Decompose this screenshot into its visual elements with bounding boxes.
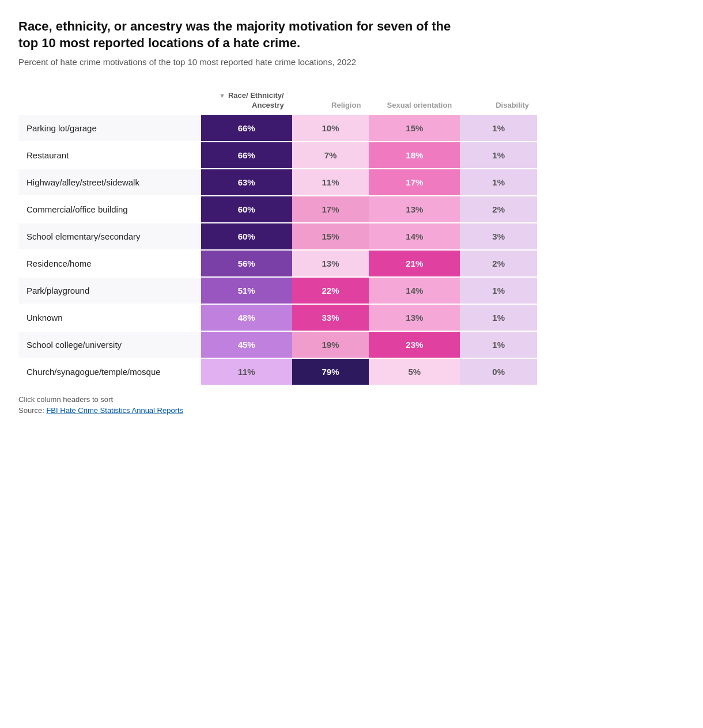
table-row: Residence/home56%13%21%2% (18, 250, 537, 277)
chart-subtitle: Percent of hate crime motivations of the… (18, 57, 685, 67)
col-header-religion[interactable]: Religion (292, 88, 369, 115)
table-row: School college/university45%19%23%1% (18, 331, 537, 358)
race-value-cell: 11% (201, 358, 292, 385)
religion-value-cell: 19% (292, 331, 369, 358)
col-header-race[interactable]: ▼ Race/ Ethnicity/ Ancestry (201, 88, 292, 115)
race-value-cell: 60% (201, 223, 292, 250)
table-row: Unknown48%33%13%1% (18, 304, 537, 331)
location-cell: School elementary/secondary (18, 223, 201, 250)
sexual-value-cell: 13% (369, 304, 460, 331)
disability-value-cell: 1% (460, 142, 537, 169)
sexual-value-cell: 13% (369, 196, 460, 223)
race-value-cell: 56% (201, 250, 292, 277)
chart-title: Race, ethnicity, or ancestry was the maj… (18, 18, 468, 51)
race-value-cell: 66% (201, 142, 292, 169)
race-value-cell: 48% (201, 304, 292, 331)
race-value-cell: 45% (201, 331, 292, 358)
sexual-value-cell: 5% (369, 358, 460, 385)
religion-value-cell: 17% (292, 196, 369, 223)
religion-value-cell: 7% (292, 142, 369, 169)
location-cell: Church/synagogue/temple/mosque (18, 358, 201, 385)
location-cell: Highway/alley/street/sidewalk (18, 169, 201, 196)
location-cell: Residence/home (18, 250, 201, 277)
religion-value-cell: 13% (292, 250, 369, 277)
disability-value-cell: 1% (460, 277, 537, 304)
race-value-cell: 63% (201, 169, 292, 196)
disability-value-cell: 0% (460, 358, 537, 385)
sort-arrow-icon: ▼ (219, 92, 227, 99)
table-row: School elementary/secondary60%15%14%3% (18, 223, 537, 250)
sort-note: Click column headers to sort (18, 395, 685, 404)
source-note: Source: FBI Hate Crime Statistics Annual… (18, 406, 685, 415)
table-container: ▼ Race/ Ethnicity/ Ancestry Religion Sex… (18, 88, 537, 385)
religion-value-cell: 79% (292, 358, 369, 385)
religion-value-cell: 15% (292, 223, 369, 250)
race-value-cell: 66% (201, 115, 292, 142)
table-row: Highway/alley/street/sidewalk63%11%17%1% (18, 169, 537, 196)
religion-value-cell: 33% (292, 304, 369, 331)
location-cell: Commercial/office building (18, 196, 201, 223)
source-link[interactable]: FBI Hate Crime Statistics Annual Reports (46, 406, 183, 415)
disability-value-cell: 1% (460, 331, 537, 358)
sexual-value-cell: 23% (369, 331, 460, 358)
col-header-location[interactable] (18, 88, 201, 115)
col-header-disability[interactable]: Disability (460, 88, 537, 115)
table-row: Park/playground51%22%14%1% (18, 277, 537, 304)
sexual-value-cell: 17% (369, 169, 460, 196)
sexual-value-cell: 14% (369, 277, 460, 304)
location-cell: Park/playground (18, 277, 201, 304)
sexual-value-cell: 21% (369, 250, 460, 277)
disability-value-cell: 2% (460, 196, 537, 223)
race-value-cell: 51% (201, 277, 292, 304)
disability-value-cell: 1% (460, 115, 537, 142)
table-row: Parking lot/garage66%10%15%1% (18, 115, 537, 142)
table-row: Church/synagogue/temple/mosque11%79%5%0% (18, 358, 537, 385)
sexual-value-cell: 15% (369, 115, 460, 142)
disability-value-cell: 3% (460, 223, 537, 250)
disability-value-cell: 1% (460, 169, 537, 196)
religion-value-cell: 10% (292, 115, 369, 142)
race-value-cell: 60% (201, 196, 292, 223)
disability-value-cell: 1% (460, 304, 537, 331)
sexual-value-cell: 18% (369, 142, 460, 169)
location-cell: Restaurant (18, 142, 201, 169)
location-cell: Unknown (18, 304, 201, 331)
sexual-value-cell: 14% (369, 223, 460, 250)
data-table: ▼ Race/ Ethnicity/ Ancestry Religion Sex… (18, 88, 537, 385)
location-cell: Parking lot/garage (18, 115, 201, 142)
table-row: Commercial/office building60%17%13%2% (18, 196, 537, 223)
location-cell: School college/university (18, 331, 201, 358)
disability-value-cell: 2% (460, 250, 537, 277)
religion-value-cell: 11% (292, 169, 369, 196)
table-row: Restaurant66%7%18%1% (18, 142, 537, 169)
religion-value-cell: 22% (292, 277, 369, 304)
col-header-sexual[interactable]: Sexual orientation (369, 88, 460, 115)
